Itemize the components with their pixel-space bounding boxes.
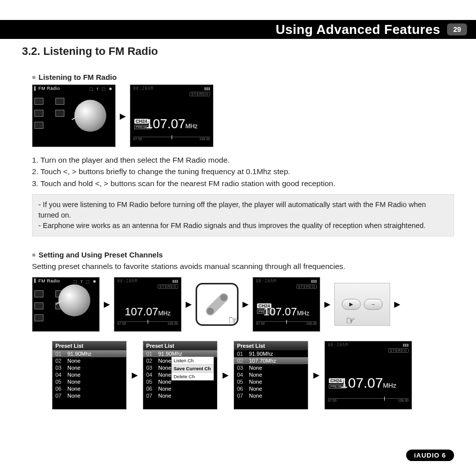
note-box: - If you were listening to FM Radio befo…: [32, 194, 454, 237]
menu-save-current-ch: Save Current Ch: [172, 365, 214, 373]
screenshot-tuner-preset: 00:20AM ▮▮▮ STEREO CH24 PRESET 107.07MHz…: [252, 277, 320, 332]
arrow-icon: ▶: [132, 370, 138, 380]
hand-icon: ☞: [346, 314, 356, 327]
minus-button: –: [364, 299, 383, 310]
screenshot-preset-list-a: Preset List 0191.90Mhz 02None 03None 04N…: [52, 341, 127, 410]
arrow-icon: ▶: [223, 370, 229, 380]
screenshot-preset-list-popup: Preset List 0191.90Mhz 02None 03None 04N…: [143, 341, 218, 410]
subheading-presets: ■Setting and Using Preset Channels: [32, 250, 454, 259]
menu-title: FM Radio: [38, 86, 60, 91]
arrow-icon: ▶: [324, 299, 330, 309]
battery-icon: ▮▮▮: [204, 86, 210, 91]
arrow-icon: ▶: [394, 299, 400, 309]
screenshot-tuner-nopreset: 00:20AM ▮▮▮ STEREO 107.07MHz 87.50108.00: [114, 277, 182, 332]
button-press-diagram: ▶ – ☞: [334, 283, 390, 326]
product-badge: iAUDIO 6: [406, 450, 454, 461]
preset-description: Setting preset channels to favorite stat…: [32, 262, 454, 271]
menu-delete-ch: Delete Ch: [172, 373, 214, 380]
arrow-icon: ▶: [120, 111, 126, 121]
screenshot-preset-list-c: Preset List 0191.90Mhz 02107.70Mhz 03Non…: [234, 341, 308, 410]
section-title: 3.2. Listening to FM Radio: [22, 45, 454, 58]
screenshot-menu2: FM Radio ⬚T⬚✱: [32, 277, 100, 332]
page-number: 29: [447, 23, 467, 35]
screenshot-tuner: 00:20AM ▮▮▮ STEREO CH24 PRESET 107.07MHz…: [130, 84, 214, 147]
screenshot-tuner-final: 00:20AM ▮▮▮ STEREO CH24 PRESET 107.07MHz…: [324, 341, 412, 410]
joystick-diagram: ☞: [196, 283, 238, 326]
arrow-icon: ▶: [186, 299, 192, 309]
hand-icon: ☞: [228, 313, 239, 327]
context-menu: Listen Ch Save Current Ch Delete Ch: [171, 356, 214, 381]
arrow-icon: ▶: [313, 370, 319, 380]
subheading-listening: ■Listening to FM Radio: [32, 73, 454, 81]
menu-listen-ch: Listen Ch: [172, 357, 214, 365]
screenshot-menu-fmradio: FM Radio ⬚T⬚✱: [32, 84, 116, 147]
header-title: Using Advanced Features: [276, 22, 441, 37]
instruction-steps: 1. Turn on the player and then select th…: [32, 154, 454, 189]
arrow-icon: ▶: [242, 299, 248, 309]
arrow-icon: ▶: [104, 299, 110, 309]
play-button: ▶: [342, 299, 361, 310]
header-bar: Using Advanced Features 29: [0, 20, 476, 39]
